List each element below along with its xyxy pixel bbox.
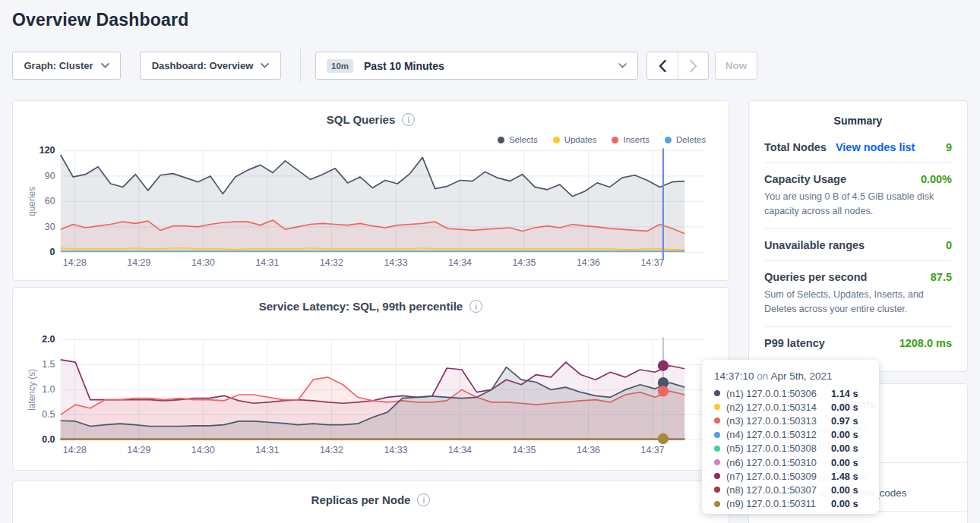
- node-address: (n5) 127.0.0.1:50308: [726, 443, 831, 454]
- legend-item-inserts[interactable]: Inserts: [612, 135, 650, 144]
- chart-hover-tooltip: 14:37:10 on Apr 5th, 2021 (n1) 127.0.0.1…: [702, 360, 879, 514]
- toolbar-divider: [300, 49, 301, 82]
- time-range-picker[interactable]: 10m Past 10 Minutes: [315, 52, 638, 80]
- node-color-dot: [714, 459, 720, 465]
- node-color-dot: [714, 404, 720, 410]
- svg-text:14:36: 14:36: [577, 257, 600, 268]
- info-icon[interactable]: i: [402, 113, 415, 126]
- tooltip-node-row: (n6) 127.0.0.1:503100.00 s: [714, 455, 867, 469]
- series-color-dot: [665, 137, 672, 143]
- tooltip-node-row: (n9) 127.0.0.1:503110.00 s: [714, 497, 867, 511]
- svg-text:14:29: 14:29: [127, 257, 150, 268]
- time-range-label: Past 10 Minutes: [364, 60, 444, 72]
- chevron-right-icon: [690, 60, 697, 72]
- service-latency-chart[interactable]: 14:2814:2914:3014:3114:3214:3314:3414:35…: [13, 288, 729, 470]
- p99-latency-value: 1208.0 ms: [899, 337, 952, 349]
- svg-text:14:35: 14:35: [512, 445, 536, 455]
- overview-dashboard-page: Overview Dashboard Graph: Cluster Dashbo…: [0, 0, 980, 523]
- total-nodes-value: 9: [946, 141, 952, 153]
- svg-text:14:37: 14:37: [640, 257, 664, 268]
- svg-text:14:33: 14:33: [384, 257, 407, 268]
- legend-item-deletes[interactable]: Deletes: [665, 135, 706, 144]
- capacity-usage-label: Capacity Usage: [764, 173, 846, 185]
- unavailable-ranges-label: Unavailable ranges: [764, 239, 865, 251]
- graph-selector-label: Graph: Cluster: [24, 60, 93, 71]
- node-latency-value: 0.00 s: [831, 443, 858, 454]
- sql-queries-card: 14:2814:2914:3014:3114:3214:3314:3414:35…: [12, 100, 729, 281]
- info-icon[interactable]: i: [417, 493, 430, 506]
- replicas-per-node-card: Replicas per Node i: [12, 480, 729, 523]
- summary-panel: Summary Total Nodes View nodes list 9 Ca…: [748, 100, 968, 372]
- node-address: (n1) 127.0.0.1:50306: [726, 388, 831, 399]
- time-nav-button-group: [646, 52, 709, 80]
- node-latency-value: 1.48 s: [831, 471, 858, 482]
- svg-text:14:36: 14:36: [577, 445, 600, 455]
- dashboard-selector-dropdown[interactable]: Dashboard: Overview: [140, 52, 281, 80]
- node-address: (n2) 127.0.0.1:50314: [726, 402, 831, 413]
- svg-text:14:34: 14:34: [448, 445, 472, 455]
- legend-item-updates[interactable]: Updates: [553, 135, 597, 144]
- qps-description: Sum of Selects, Updates, Inserts, and De…: [764, 288, 952, 317]
- node-latency-value: 0.00 s: [831, 429, 858, 440]
- summary-row-qps: Queries per second 87.5 Sum of Selects, …: [764, 261, 952, 327]
- node-latency-value: 0.00 s: [831, 498, 858, 509]
- sql-queries-legend: Selects Updates Inserts Deletes: [498, 135, 706, 144]
- chevron-down-icon: [618, 63, 627, 68]
- qps-value: 87.5: [931, 271, 952, 283]
- sql-queries-chart[interactable]: 14:2814:2914:3014:3114:3214:3314:3414:35…: [13, 101, 729, 280]
- time-range-badge: 10m: [327, 59, 353, 73]
- node-color-dot: [714, 390, 720, 396]
- node-address: (n9) 127.0.0.1:50311: [726, 498, 831, 509]
- node-color-dot: [714, 487, 720, 493]
- unavailable-ranges-value: 0: [946, 239, 952, 251]
- svg-text:90: 90: [45, 171, 55, 181]
- series-color-dot: [498, 137, 504, 143]
- tooltip-node-row: (n8) 127.0.0.1:503070.00 s: [714, 483, 867, 496]
- p99-latency-label: P99 latency: [764, 337, 825, 349]
- now-button[interactable]: Now: [715, 52, 757, 80]
- svg-text:1.5: 1.5: [42, 359, 55, 370]
- summary-title: Summary: [749, 101, 967, 131]
- graph-selector-dropdown[interactable]: Graph: Cluster: [12, 52, 121, 80]
- legend-item-selects[interactable]: Selects: [498, 135, 538, 144]
- svg-text:latency (s): latency (s): [27, 369, 37, 411]
- svg-text:queries: queries: [27, 187, 37, 216]
- summary-row-unavailable-ranges: Unavailable ranges 0: [764, 229, 952, 261]
- node-address: (n7) 127.0.0.1:50309: [726, 471, 831, 482]
- capacity-usage-description: You are using 0 B of 4.5 GiB usable disk…: [764, 190, 952, 219]
- svg-text:14:35: 14:35: [512, 257, 536, 268]
- series-color-dot: [553, 137, 560, 143]
- series-color-dot: [612, 137, 618, 143]
- time-next-button[interactable]: [678, 52, 708, 79]
- node-address: (n3) 127.0.0.1:50313: [726, 415, 831, 427]
- svg-text:60: 60: [45, 196, 55, 206]
- qps-label: Queries per second: [764, 271, 867, 283]
- svg-text:0.5: 0.5: [42, 409, 55, 420]
- node-address: (n8) 127.0.0.1:50307: [726, 484, 831, 496]
- node-color-dot: [714, 446, 720, 452]
- node-color-dot: [714, 417, 720, 424]
- capacity-usage-value: 0.00%: [921, 173, 952, 185]
- tooltip-node-row: (n1) 127.0.0.1:503061.14 s: [714, 386, 867, 400]
- tooltip-timestamp: 14:37:10 on Apr 5th, 2021: [714, 370, 867, 382]
- tooltip-node-row: (n3) 127.0.0.1:503130.97 s: [714, 414, 867, 427]
- tooltip-node-row: (n5) 127.0.0.1:503080.00 s: [714, 442, 867, 455]
- summary-row-total-nodes: Total Nodes View nodes list 9: [764, 131, 952, 163]
- node-latency-value: 0.00 s: [831, 402, 858, 413]
- node-latency-value: 1.14 s: [831, 388, 858, 399]
- tooltip-node-row: (n4) 127.0.0.1:503120.00 s: [714, 428, 867, 442]
- node-address: (n4) 127.0.0.1:50312: [726, 429, 831, 440]
- node-color-dot: [714, 473, 720, 479]
- svg-text:0: 0: [50, 247, 55, 257]
- dashboard-selector-label: Dashboard: Overview: [152, 60, 254, 71]
- svg-text:14:33: 14:33: [384, 445, 407, 455]
- svg-text:0.0: 0.0: [42, 434, 55, 445]
- svg-text:30: 30: [45, 222, 55, 232]
- view-nodes-list-link[interactable]: View nodes list: [836, 141, 915, 153]
- svg-text:14:32: 14:32: [320, 257, 343, 268]
- time-prev-button[interactable]: [647, 52, 678, 79]
- sql-queries-title: SQL Queries: [327, 113, 396, 126]
- info-icon[interactable]: i: [469, 300, 482, 313]
- svg-text:14:32: 14:32: [320, 445, 343, 455]
- svg-text:14:29: 14:29: [127, 445, 150, 455]
